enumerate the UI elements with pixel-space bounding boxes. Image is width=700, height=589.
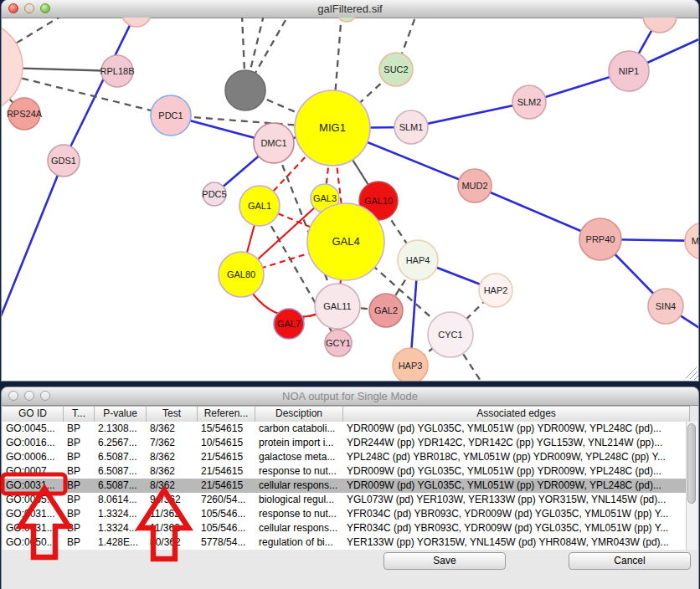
table-cell[interactable]: 2.1308... xyxy=(95,422,147,436)
node-circle[interactable] xyxy=(121,18,152,27)
table-row[interactable]: GO:0016...BP6.2567...7/36210/54615protei… xyxy=(3,436,690,450)
table-cell[interactable]: BP xyxy=(64,450,95,464)
graph-node-MSL5[interactable]: MSL5 xyxy=(685,223,698,259)
graph-window-titlebar[interactable]: galFiltered.sif xyxy=(2,0,698,18)
table-cell[interactable]: GO:0007... xyxy=(3,464,64,479)
graph-node-GAL1[interactable]: GAL1 xyxy=(239,186,280,226)
table-cell[interactable]: 80/362 xyxy=(147,535,198,550)
table-row[interactable]: GO:0031...BP1.3324...11/362105/546...cel… xyxy=(3,521,690,535)
graph-node-SIN4[interactable]: SIN4 xyxy=(648,289,683,324)
node-circle[interactable] xyxy=(225,70,265,110)
table-cell[interactable]: YFR034C (pd) YBR093C, YDR009W (pd) YGL03… xyxy=(343,521,690,535)
table-cell[interactable]: BP xyxy=(64,436,95,450)
graph-node-GAL4[interactable]: GAL4 xyxy=(307,203,384,280)
graph-node-SUC2[interactable]: SUC2 xyxy=(379,53,413,86)
network-canvas[interactable]: RPL18BRPS24AGDS1PDC1DMC1MIG1SUC2SLM1SLM2… xyxy=(2,18,698,381)
table-cell[interactable]: 1.3324... xyxy=(95,507,147,521)
table-cell[interactable]: YER133W (pp) YOR315W, YNL145W (pd) YHR08… xyxy=(343,535,690,550)
table-cell[interactable]: 105/546... xyxy=(198,507,255,521)
graph-node-MUD2[interactable]: MUD2 xyxy=(458,169,492,202)
table-cell[interactable]: YDR009W (pd) YGL035C, YML051W (pp) YDR00… xyxy=(343,464,690,479)
graph-node-DMC1[interactable]: DMC1 xyxy=(254,123,294,163)
graph-node-grayNode[interactable] xyxy=(225,70,265,110)
table-cell[interactable]: 94/362 xyxy=(147,493,198,507)
table-row[interactable]: GO:0007...BP6.5087...8/36221/54615respon… xyxy=(3,464,690,479)
table-cell[interactable]: YGL073W (pd) YER103W, YER133W (pp) YOR31… xyxy=(343,493,690,507)
table-cell[interactable]: 6.5087... xyxy=(95,479,147,493)
column-header-t-[interactable]: T... xyxy=(64,407,95,422)
table-cell[interactable]: 8/362 xyxy=(147,479,198,493)
table-cell[interactable]: response to nut... xyxy=(255,464,343,479)
table-cell[interactable]: YFR034C (pd) YBR093C, YDR009W (pd) YGL03… xyxy=(343,507,690,521)
table-row[interactable]: GO:0045...BP2.1308...8/36215/54615carbon… xyxy=(3,422,690,436)
table-cell[interactable]: 1.428E... xyxy=(95,535,147,550)
table-cell[interactable]: BP xyxy=(64,464,95,479)
graph-node-HAP3[interactable]: HAP3 xyxy=(393,348,428,381)
table-cell[interactable]: GO:0050... xyxy=(3,535,64,550)
graph-node-topGreen[interactable] xyxy=(337,18,357,22)
table-row[interactable]: GO:0050...BP1.428E...80/3625778/54...reg… xyxy=(3,535,690,550)
graph-node-GAL7[interactable]: GAL7 xyxy=(274,309,304,339)
table-cell[interactable]: 6.2567... xyxy=(95,436,147,450)
graph-node-RPL18B[interactable]: RPL18B xyxy=(100,55,135,87)
table-cell[interactable]: cellular respons... xyxy=(255,479,343,493)
graph-node-topRightPink[interactable] xyxy=(643,18,677,33)
table-cell[interactable]: 21/54615 xyxy=(198,479,255,493)
table-cell[interactable]: 8/362 xyxy=(147,464,198,479)
graph-node-GDS1[interactable]: GDS1 xyxy=(48,145,80,177)
table-cell[interactable]: BP xyxy=(64,493,95,507)
table-row[interactable]: GO:0006...BP6.5087...8/36221/54615galact… xyxy=(3,450,690,464)
table-cell[interactable]: GO:0031... xyxy=(3,507,64,521)
node-circle[interactable] xyxy=(643,18,677,33)
graph-node-HAP2[interactable]: HAP2 xyxy=(479,274,512,307)
graph-node-GAL2[interactable]: GAL2 xyxy=(369,294,403,327)
table-cell[interactable]: YDR009W (pd) YGL035C, YML051W (pp) YDR00… xyxy=(343,422,690,436)
vertical-scrollbar[interactable] xyxy=(686,422,697,550)
table-cell[interactable]: cellular respons... xyxy=(255,521,343,535)
table-cell[interactable]: 5778/54... xyxy=(198,535,255,550)
table-cell[interactable]: YPL248C (pd) YBR018C, YML051W (pp) YDR00… xyxy=(343,450,690,464)
graph-node-GAL11[interactable]: GAL11 xyxy=(315,284,360,329)
table-cell[interactable]: 6.5087... xyxy=(95,464,147,479)
table-cell[interactable]: GO:0031... xyxy=(3,479,64,493)
column-header-test[interactable]: Test xyxy=(147,407,198,422)
table-cell[interactable]: 7/362 xyxy=(147,436,198,450)
table-cell[interactable]: biological regul... xyxy=(255,493,343,507)
graph-node-SLM2[interactable]: SLM2 xyxy=(512,85,546,119)
column-header-go-id[interactable]: GO ID xyxy=(3,407,64,422)
table-cell[interactable]: 11/362 xyxy=(147,507,198,521)
column-header-associated-edges[interactable]: Associated edges xyxy=(343,407,690,422)
table-cell[interactable]: 8/362 xyxy=(147,422,198,436)
graph-node-topPink[interactable] xyxy=(121,18,152,27)
graph-node-SLM1[interactable]: SLM1 xyxy=(394,110,428,144)
table-cell[interactable]: response to nut... xyxy=(255,507,343,521)
table-cell[interactable]: 11/362 xyxy=(147,521,198,535)
table-cell[interactable]: 1.3324... xyxy=(95,521,147,535)
table-row[interactable]: GO:0065...BP8.0614...94/3627260/54...bio… xyxy=(3,493,690,507)
column-header-p-value[interactable]: P-value xyxy=(95,407,147,422)
table-cell[interactable]: 105/546... xyxy=(198,521,255,535)
table-row[interactable]: GO:0031...BP6.5087...8/36221/54615cellul… xyxy=(3,479,690,493)
graph-node-MIG1[interactable]: MIG1 xyxy=(295,90,370,166)
table-cell[interactable]: BP xyxy=(64,479,95,493)
save-button[interactable]: Save xyxy=(383,552,506,570)
table-cell[interactable]: BP xyxy=(64,521,95,535)
cancel-button[interactable]: Cancel xyxy=(569,552,691,570)
table-cell[interactable]: 7260/54... xyxy=(198,493,255,507)
table-cell[interactable]: galactose meta... xyxy=(255,450,343,464)
table-cell[interactable]: GO:0065... xyxy=(3,493,64,507)
table-cell[interactable]: 21/54615 xyxy=(198,464,255,479)
node-circle[interactable] xyxy=(337,18,357,22)
table-cell[interactable]: GO:0045... xyxy=(3,422,64,436)
table-cell[interactable]: GO:0016... xyxy=(3,436,64,450)
table-cell[interactable]: 10/54615 xyxy=(198,436,255,450)
table-cell[interactable]: YDR009W (pd) YGL035C, YML051W (pp) YDR00… xyxy=(343,479,690,493)
table-cell[interactable]: GO:0031... xyxy=(3,521,64,535)
graph-node-CYC1[interactable]: CYC1 xyxy=(428,312,473,357)
scrollbar-thumb[interactable] xyxy=(687,423,696,504)
column-header-referen-[interactable]: Referen... xyxy=(198,407,255,422)
table-cell[interactable]: GO:0006... xyxy=(3,450,64,464)
table-cell[interactable]: 6.5087... xyxy=(95,450,147,464)
graph-node-GAL80[interactable]: GAL80 xyxy=(219,252,264,297)
graph-node-PDC5[interactable]: PDC5 xyxy=(202,182,226,206)
